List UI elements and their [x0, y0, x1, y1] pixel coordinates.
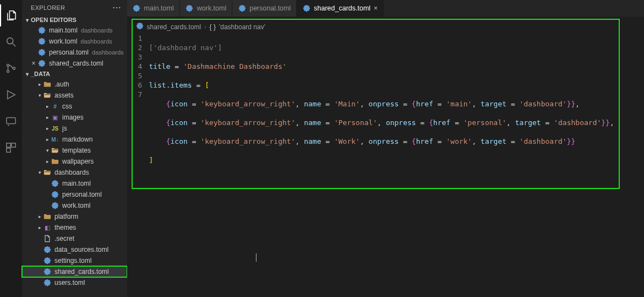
gear-icon: [43, 267, 52, 276]
tree-file[interactable]: work.toml: [22, 200, 127, 211]
breadcrumb[interactable]: shared_cards.toml › { } 'dashboard nav': [133, 20, 619, 34]
open-editor-item[interactable]: personal.tomldashboards: [22, 47, 127, 58]
gear-icon: [37, 37, 46, 46]
explorer-more-icon[interactable]: ⋯: [112, 2, 121, 13]
tree-file[interactable]: main.toml: [22, 178, 127, 189]
explorer-header: EXPLORER ⋯: [22, 0, 127, 15]
folder-open-icon: [51, 146, 59, 155]
chevron-down-icon: ▾: [23, 71, 31, 77]
editor-tab[interactable]: shared_cards.toml×: [297, 0, 384, 17]
folder-open-icon: [43, 91, 52, 100]
tree-item-label: shared_cards.toml: [54, 268, 109, 276]
tree-file[interactable]: settings.toml: [22, 255, 127, 266]
tree-item-label: main.toml: [62, 180, 91, 187]
close-icon[interactable]: ×: [374, 4, 378, 12]
tree-folder[interactable]: ▸JSjs: [22, 123, 127, 134]
tree-item-label: images: [62, 114, 84, 121]
gear-icon: [43, 245, 52, 254]
activity-scm-icon[interactable]: [0, 57, 22, 79]
code-editor[interactable]: 1234567 ['dashboard nav'] title = 'Dashm…: [133, 34, 619, 188]
tree-folder[interactable]: ▸wallpapers: [22, 156, 127, 167]
tree-file[interactable]: shared_cards.toml: [22, 266, 127, 277]
tree-folder[interactable]: ▾assets: [22, 90, 127, 101]
open-editor-path: dashboards: [92, 49, 124, 56]
js-folder-icon: JS: [51, 124, 59, 133]
activity-bar: [0, 0, 22, 297]
editor-tab[interactable]: main.toml: [127, 0, 180, 17]
gear-icon: [51, 179, 59, 188]
breadcrumb-section: 'dashboard nav': [219, 23, 265, 31]
tree-file[interactable]: users.toml: [22, 277, 127, 288]
gear-icon: [51, 190, 59, 199]
close-icon[interactable]: ×: [30, 60, 37, 67]
activity-extensions-icon[interactable]: [0, 137, 22, 159]
gear-icon: [136, 22, 144, 31]
code-key: title: [149, 62, 170, 71]
folder-open-icon: [43, 168, 52, 177]
chevron-down-icon: ▾: [23, 17, 31, 23]
gear-icon: [133, 4, 141, 13]
tree-folder[interactable]: ▸.auth: [22, 79, 127, 90]
images-folder-icon: ▣: [51, 113, 59, 122]
tree-item-label: js: [62, 125, 67, 132]
editor-tab[interactable]: personal.toml: [232, 0, 297, 17]
tree-folder[interactable]: ▸platform: [22, 211, 127, 222]
folder-icon: [43, 212, 52, 221]
open-editor-item[interactable]: main.tomldashboards: [22, 25, 127, 36]
open-editor-path: dashboards: [81, 27, 113, 34]
chevron-right-icon: ▸: [36, 82, 43, 87]
chevron-right-icon: ▸: [44, 115, 51, 120]
gear-icon: [185, 4, 194, 13]
explorer-sidebar: EXPLORER ⋯ ▾ OPEN EDITORS main.tomldashb…: [22, 0, 127, 297]
editor-tab[interactable]: work.toml: [180, 0, 232, 17]
tree-folder[interactable]: ▾dashboards: [22, 167, 127, 178]
explorer-title: EXPLORER: [31, 4, 65, 11]
open-editor-item[interactable]: ×shared_cards.toml: [22, 58, 127, 69]
text-cursor: [256, 253, 256, 262]
tree-file[interactable]: .secret: [22, 233, 127, 244]
tree-folder[interactable]: ▾templates: [22, 145, 127, 156]
code-val: 'Dashmachine Dashboards': [183, 62, 287, 71]
tree-item-label: templates: [62, 147, 91, 154]
braces-icon: { }: [210, 23, 216, 31]
open-editors-section[interactable]: ▾ OPEN EDITORS: [22, 15, 127, 25]
activity-debug-icon[interactable]: [0, 84, 22, 106]
tree-folder[interactable]: ▸◧themes: [22, 222, 127, 233]
tree-item-label: wallpapers: [62, 158, 94, 165]
gear-icon: [43, 256, 52, 265]
tree-folder[interactable]: ▸#css: [22, 101, 127, 112]
chevron-right-icon: ▸: [44, 104, 51, 109]
open-editor-item[interactable]: work.tomldashboards: [22, 36, 127, 47]
activity-search-icon[interactable]: [0, 31, 22, 53]
activity-remote-icon[interactable]: [0, 110, 22, 132]
open-editor-filename: work.toml: [49, 37, 77, 45]
folder-icon: [43, 80, 52, 89]
tree-item-label: personal.toml: [62, 191, 102, 198]
editor-area: main.tomlwork.tomlpersonal.tomlshared_ca…: [127, 0, 644, 297]
tab-label: main.toml: [144, 4, 174, 12]
open-editors-label: OPEN EDITORS: [31, 17, 77, 23]
open-editor-path: dashboards: [80, 38, 112, 45]
activity-explorer-icon[interactable]: [0, 4, 22, 26]
editor-tabs: main.tomlwork.tomlpersonal.tomlshared_ca…: [127, 0, 644, 17]
gear-icon: [37, 59, 46, 68]
workspace-section[interactable]: ▾ _DATA: [22, 69, 127, 79]
tree-folder[interactable]: ▸▣images: [22, 112, 127, 123]
tree-file[interactable]: personal.toml: [22, 189, 127, 200]
gear-icon: [302, 4, 310, 13]
tree-item-label: platform: [54, 213, 78, 220]
tree-item-label: .secret: [54, 235, 74, 242]
tree-item-label: users.toml: [54, 279, 85, 287]
tree-item-label: data_sources.toml: [54, 246, 108, 253]
tree-item-label: assets: [54, 91, 74, 99]
code-content[interactable]: ['dashboard nav'] title = 'Dashmachine D…: [149, 34, 618, 188]
gear-icon: [43, 278, 52, 287]
chevron-right-icon: ▸: [36, 225, 43, 230]
workspace-label: _DATA: [31, 71, 50, 77]
open-editor-filename: main.toml: [49, 26, 78, 34]
tree-item-label: markdown: [62, 136, 92, 143]
chevron-down-icon: ▾: [36, 93, 43, 98]
tree-item-label: dashboards: [54, 169, 89, 176]
tree-file[interactable]: data_sources.toml: [22, 244, 127, 255]
tree-folder[interactable]: ▸M↓markdown: [22, 134, 127, 145]
